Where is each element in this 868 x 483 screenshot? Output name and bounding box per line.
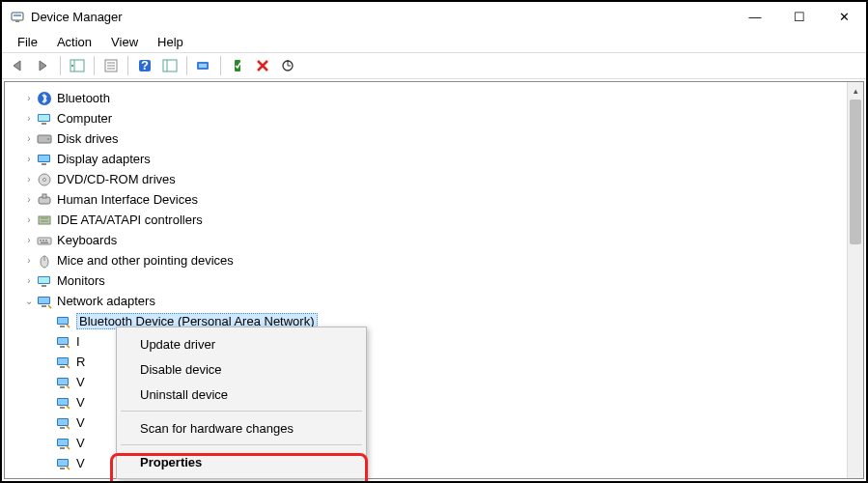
chevron-right-icon[interactable]: › <box>22 275 36 286</box>
network-adapter-icon <box>55 334 72 350</box>
properties-sheet-icon[interactable] <box>99 54 123 77</box>
svg-line-65 <box>67 385 70 388</box>
svg-rect-16 <box>235 60 240 71</box>
nav-forward-icon[interactable] <box>32 54 55 77</box>
svg-point-30 <box>43 178 46 181</box>
toolbar-separator <box>60 56 61 75</box>
svg-rect-44 <box>39 277 49 283</box>
toolbar-separator <box>186 56 187 75</box>
vertical-scrollbar[interactable]: ▴ <box>847 82 863 478</box>
tree-node-label: Network adapters <box>57 294 155 308</box>
chevron-right-icon[interactable]: › <box>22 133 36 144</box>
tree-node-label: IDE ATA/ATAPI controllers <box>57 213 203 227</box>
menu-help[interactable]: Help <box>150 33 191 51</box>
tree-child-label: V <box>76 375 85 389</box>
bluetooth-icon <box>36 91 53 106</box>
chevron-right-icon[interactable]: › <box>22 194 36 205</box>
chevron-right-icon[interactable]: › <box>22 93 36 103</box>
chevron-right-icon[interactable]: › <box>22 214 36 225</box>
nav-back-icon[interactable] <box>7 54 30 77</box>
chevron-right-icon[interactable]: › <box>22 174 36 185</box>
tree-child-label: R <box>76 355 85 369</box>
network-adapter-icon <box>55 355 72 370</box>
keyboard-icon <box>36 233 53 248</box>
app-icon <box>10 9 25 24</box>
help-icon[interactable]: ? <box>133 54 156 77</box>
network-adapter-icon <box>55 436 72 451</box>
chevron-right-icon[interactable]: › <box>22 235 36 245</box>
menu-bar: File Action View Help <box>2 31 866 52</box>
svg-rect-71 <box>58 419 68 425</box>
network-adapter-icon <box>55 375 72 390</box>
tree-node[interactable]: ›Human Interface Devices <box>22 189 859 210</box>
chevron-right-icon[interactable]: › <box>22 113 36 124</box>
svg-rect-52 <box>60 326 65 327</box>
svg-rect-48 <box>42 305 46 307</box>
context-menu-item-uninstall-device[interactable]: Uninstall device <box>119 382 364 407</box>
scan-hardware-icon[interactable] <box>276 54 299 77</box>
svg-rect-38 <box>42 240 44 242</box>
svg-rect-39 <box>45 240 47 242</box>
menu-action[interactable]: Action <box>49 33 99 51</box>
disk-icon <box>36 131 53 147</box>
context-menu-item-update-driver[interactable]: Update driver <box>119 331 364 356</box>
svg-rect-55 <box>58 338 68 344</box>
tree-node[interactable]: ›DVD/CD-ROM drives <box>22 169 859 189</box>
tree-child-label: V <box>76 436 85 450</box>
svg-rect-28 <box>42 163 46 165</box>
tree-node[interactable]: ›IDE ATA/ATAPI controllers <box>22 210 859 230</box>
context-menu-item-label: Disable device <box>140 362 222 377</box>
menu-file[interactable]: File <box>10 33 45 51</box>
context-menu-item-label: Uninstall device <box>140 387 228 402</box>
context-menu-item-scan-for-hardware-changes[interactable]: Scan for hardware changes <box>119 415 364 440</box>
scroll-thumb[interactable] <box>850 99 861 244</box>
svg-rect-45 <box>42 285 46 287</box>
tree-node[interactable]: ›Keyboards <box>22 230 859 250</box>
svg-line-61 <box>67 365 70 368</box>
show-hide-console-tree-icon[interactable] <box>66 54 89 77</box>
disable-device-icon[interactable] <box>251 54 274 77</box>
tree-node[interactable]: ›Mice and other pointing devices <box>22 250 859 270</box>
tree-node-label: Keyboards <box>57 233 117 247</box>
tree-node[interactable]: ⌄Network adapters <box>22 291 859 311</box>
tree-child-label: V <box>76 456 85 470</box>
svg-rect-60 <box>60 366 65 368</box>
tree-node[interactable]: ›Disk drives <box>22 128 859 149</box>
toolbar: ? <box>2 52 866 79</box>
svg-rect-12 <box>163 60 177 71</box>
svg-rect-59 <box>58 358 68 364</box>
chevron-right-icon[interactable]: › <box>22 255 36 266</box>
svg-line-77 <box>67 446 70 449</box>
display-icon <box>36 152 53 167</box>
tree-node-label: Computer <box>57 111 112 126</box>
tree-node[interactable]: ›Monitors <box>22 270 859 291</box>
chevron-right-icon[interactable]: › <box>22 154 36 164</box>
svg-rect-68 <box>60 407 65 409</box>
maximize-button[interactable]: ☐ <box>777 2 822 31</box>
refresh-hardware-icon[interactable] <box>158 54 182 77</box>
tree-node-label: Disk drives <box>57 131 119 146</box>
scroll-up-icon[interactable]: ▴ <box>848 82 863 99</box>
close-button[interactable]: ✕ <box>822 2 866 31</box>
svg-rect-64 <box>60 386 65 388</box>
tree-node[interactable]: ›Computer <box>22 108 859 128</box>
chevron-down-icon[interactable]: ⌄ <box>22 296 36 306</box>
instruction-highlight <box>110 453 368 483</box>
svg-point-25 <box>47 138 49 140</box>
tree-node-label: Bluetooth <box>57 91 110 105</box>
context-menu-item-label: Scan for hardware changes <box>140 421 294 436</box>
context-menu-item-disable-device[interactable]: Disable device <box>119 356 364 382</box>
svg-rect-47 <box>39 298 49 303</box>
update-driver-icon[interactable] <box>192 54 215 77</box>
menu-view[interactable]: View <box>103 33 146 51</box>
tree-child-label: V <box>76 415 85 430</box>
svg-rect-63 <box>58 379 68 384</box>
svg-rect-51 <box>58 318 68 324</box>
minimize-button[interactable]: — <box>733 2 777 31</box>
svg-line-81 <box>67 467 70 469</box>
tree-node[interactable]: ›Display adapters <box>22 149 859 169</box>
context-menu-separator <box>121 444 362 445</box>
tree-node[interactable]: ›Bluetooth <box>22 88 859 108</box>
network-adapter-icon <box>55 314 72 329</box>
enable-device-icon[interactable] <box>226 54 249 77</box>
